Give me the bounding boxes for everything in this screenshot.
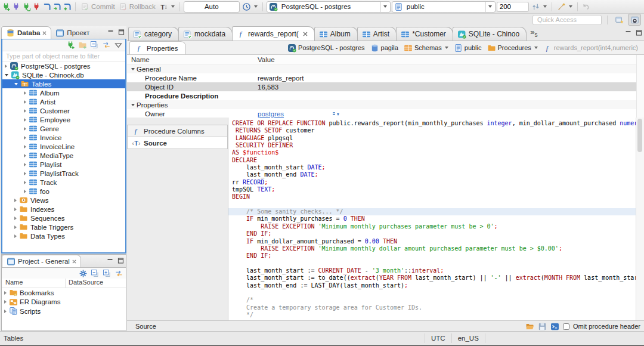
- tree-item-artist[interactable]: Artist: [2, 97, 125, 106]
- close-tab-icon[interactable]: [42, 29, 47, 36]
- breadcrumb-pagila[interactable]: pagila: [370, 44, 398, 52]
- schema-caret[interactable]: [485, 2, 495, 12]
- tab-overflow-button[interactable]: »5: [530, 27, 537, 40]
- transaction-log-button[interactable]: T: [158, 1, 176, 13]
- tab-properties[interactable]: ƒ Properties: [129, 41, 186, 54]
- expand-arrow-icon[interactable]: [24, 154, 26, 157]
- tree-item-customer[interactable]: Customer: [2, 106, 125, 115]
- minimize-panel-icon[interactable]: [106, 257, 113, 264]
- tree-item-mediatype[interactable]: MediaType: [2, 151, 125, 160]
- tree-item-postgresql-postgres[interactable]: PostgreSQL - postgres: [2, 61, 125, 70]
- column-value[interactable]: Value: [255, 56, 644, 63]
- tab-database-navigator[interactable]: Databa: [1, 26, 51, 39]
- minimize-panel-icon[interactable]: [107, 29, 114, 35]
- project-item-scripts[interactable]: Scripts: [2, 307, 126, 316]
- tree-item-playlist[interactable]: Playlist: [2, 160, 125, 169]
- breadcrumb-postgresql-postgres[interactable]: PostgreSQL - postgres: [287, 44, 364, 52]
- source-scrollbar[interactable]: [636, 118, 644, 321]
- expand-arrow-icon[interactable]: [24, 190, 26, 193]
- editor-tab-mockdata[interactable]: mockdata: [178, 27, 233, 41]
- expand-arrow-icon[interactable]: [4, 291, 7, 295]
- breadcrumb-rewards-report-int4-numeric[interactable]: ƒrewards_report(int4,numeric): [543, 44, 638, 52]
- editor-tab-category[interactable]: category: [128, 27, 179, 41]
- fetch-size-input[interactable]: [497, 2, 529, 12]
- status-locale[interactable]: en_US: [452, 333, 485, 342]
- tree-item-foo[interactable]: foo: [2, 187, 125, 196]
- column-name[interactable]: Name: [2, 279, 69, 288]
- property-row-procedure-description[interactable]: Procedure Description: [127, 91, 644, 100]
- column-divider[interactable]: [65, 279, 66, 288]
- rollback-button[interactable]: Rollback: [117, 1, 157, 13]
- tree-item-invoice[interactable]: Invoice: [2, 133, 125, 142]
- paint-button[interactable]: [556, 1, 574, 13]
- collapse-all-icon[interactable]: [90, 41, 99, 50]
- tab-project-general[interactable]: Project - General: [2, 255, 81, 267]
- side-tab-source[interactable]: ‹T›Source: [127, 137, 228, 149]
- connect-icon[interactable]: [12, 2, 21, 11]
- expand-arrow-icon[interactable]: [24, 172, 26, 175]
- side-tab-procedure-columns[interactable]: ƒProcedure Columns: [127, 125, 228, 137]
- collapse-all-icon[interactable]: [91, 269, 100, 278]
- expand-all-icon[interactable]: [103, 269, 112, 278]
- property-row-general[interactable]: General: [127, 64, 644, 73]
- tx-mode-combo[interactable]: Auto: [184, 1, 240, 13]
- tree-item-sqlite-chinook-db[interactable]: SQLite - Chinook.db: [2, 70, 125, 79]
- breadcrumb-schemas[interactable]: Schemas: [404, 44, 448, 52]
- property-row-owner[interactable]: Ownerpostgres: [127, 109, 644, 118]
- link-with-editor-icon[interactable]: [102, 41, 111, 50]
- dbeaver-perspective-button[interactable]: [628, 14, 641, 26]
- new-sql-script-icon[interactable]: [63, 2, 72, 11]
- tree-item-indexes[interactable]: Indexes: [2, 205, 125, 214]
- editor-tab-artist[interactable]: Artist: [357, 27, 397, 41]
- undo-icon[interactable]: [581, 2, 590, 11]
- omit-procedure-header-checkbox[interactable]: [563, 323, 569, 330]
- dropdown-caret-icon[interactable]: [445, 47, 448, 49]
- project-item-er-diagrams[interactable]: ER Diagrams: [2, 298, 126, 307]
- reconnect-icon[interactable]: [22, 2, 31, 11]
- status-timezone[interactable]: UTC: [425, 333, 452, 342]
- expand-arrow-icon[interactable]: [4, 300, 7, 304]
- expand-arrow-icon[interactable]: [24, 127, 26, 131]
- sql-editor-icon[interactable]: [42, 2, 51, 11]
- expand-arrow-icon[interactable]: [24, 91, 26, 95]
- recent-sql-editor-icon[interactable]: [52, 2, 61, 11]
- tree-item-track[interactable]: Track: [2, 178, 125, 187]
- column-datasource[interactable]: DataSource: [69, 279, 103, 288]
- collapse-arrow-icon[interactable]: [131, 68, 135, 70]
- expand-arrow-icon[interactable]: [14, 217, 17, 220]
- link-with-editor-icon[interactable]: [114, 269, 123, 278]
- editor-tab-rewards-report[interactable]: ƒrewards_report(: [232, 26, 315, 41]
- expand-arrow-icon[interactable]: [24, 109, 26, 113]
- expand-arrow-icon[interactable]: [5, 64, 7, 68]
- expand-arrow-icon[interactable]: [4, 310, 7, 313]
- collapse-arrow-icon[interactable]: [14, 83, 18, 85]
- tree-item-playlisttrack[interactable]: PlaylistTrack: [2, 169, 125, 178]
- new-connection-icon[interactable]: [66, 41, 75, 50]
- object-filter-input[interactable]: [2, 51, 125, 61]
- editor-tab-album[interactable]: Album: [314, 27, 358, 41]
- editor-tab-sqlite-chinoo[interactable]: SQLite - Chinoo: [453, 27, 527, 41]
- source-code-viewer[interactable]: CREATE OR REPLACE FUNCTION public.reward…: [228, 118, 644, 321]
- connection-combo[interactable]: PostgreSQL - postgres: [267, 1, 391, 13]
- refresh-button[interactable]: [530, 1, 548, 13]
- connection-caret[interactable]: [380, 2, 390, 12]
- close-tab-icon[interactable]: [72, 258, 76, 265]
- maximize-panel-icon[interactable]: [117, 29, 125, 35]
- property-value[interactable]: postgres: [255, 110, 644, 118]
- editor-tab-customer[interactable]: *Customer: [396, 27, 453, 41]
- editor-toolbar-handle-icon[interactable]: [332, 112, 340, 118]
- expand-arrow-icon[interactable]: [14, 234, 17, 238]
- expand-arrow-icon[interactable]: [24, 145, 26, 149]
- tree-item-invoiceline[interactable]: InvoiceLine: [2, 142, 125, 151]
- breadcrumb-procedures[interactable]: Procedures: [487, 44, 538, 52]
- gear-icon[interactable]: [79, 269, 88, 278]
- expand-arrow-icon[interactable]: [24, 181, 26, 184]
- open-perspective-button[interactable]: [613, 14, 625, 25]
- source-page-label[interactable]: Source: [135, 323, 156, 330]
- tree-item-tables[interactable]: Tables: [2, 79, 125, 88]
- property-row-object-id[interactable]: Object ID16,583: [127, 82, 644, 91]
- new-folder-icon[interactable]: [78, 41, 87, 50]
- tree-item-genre[interactable]: Genre: [2, 124, 125, 133]
- tree-item-table-triggers[interactable]: Table Triggers: [2, 223, 125, 231]
- schema-combo[interactable]: public: [392, 1, 496, 13]
